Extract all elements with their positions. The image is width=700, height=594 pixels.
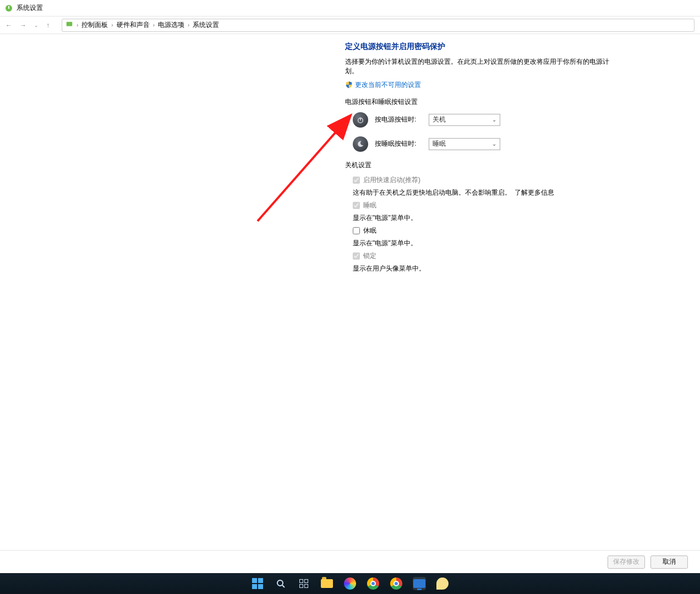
fast-startup-desc: 这有助于在关机之后更快地启动电脑。不会影响重启。 了解更多信息 [353,188,620,197]
chevron-right-icon: › [188,22,189,28]
sleep-button-value: 睡眠 [433,139,446,148]
app-icon-colorful[interactable] [343,577,357,590]
sleep-icon [353,136,368,152]
taskbar [0,573,700,594]
breadcrumb-item-system-settings: 系统设置 [193,20,219,30]
window-title: 系统设置 [17,3,43,13]
lock-checkbox [353,252,360,260]
save-button: 保存修改 [608,556,645,569]
power-button-select[interactable]: 关机 ⌄ [429,114,500,126]
change-unavailable-settings-link[interactable]: 更改当前不可用的设置 [355,80,421,90]
fast-startup-title: 启用快速启动(推荐) [363,175,420,185]
breadcrumb[interactable]: › 控制面板 › 硬件和声音 › 电源选项 › 系统设置 [62,19,694,32]
shutdown-section-label: 关机设置 [345,161,620,170]
page-heading: 定义电源按钮并启用密码保护 [345,42,620,52]
cancel-button[interactable]: 取消 [650,556,688,569]
power-icon [353,112,368,128]
breadcrumb-item-control-panel[interactable]: 控制面板 [81,20,108,30]
chrome-icon-2[interactable] [390,577,403,590]
svg-rect-1 [8,6,9,9]
shield-icon [345,81,353,89]
power-button-section-label: 电源按钮和睡眠按钮设置 [345,97,620,107]
page-description: 选择要为你的计算机设置的电源设置。在此页上对设置所做的更改将应用于你所有的电源计… [345,57,620,76]
paint-icon[interactable] [436,577,449,590]
search-button[interactable] [274,577,287,590]
option-lock: 锁定 [353,251,620,261]
chevron-down-icon: ⌄ [492,141,496,147]
chrome-icon[interactable] [367,577,380,590]
control-panel-icon [65,20,73,30]
breadcrumb-item-hardware-sound[interactable]: 硬件和声音 [117,20,150,30]
chevron-right-icon: › [111,22,113,28]
sleep-title: 睡眠 [363,201,376,210]
app-icon [4,4,13,13]
content-area: 定义电源按钮并启用密码保护 选择要为你的计算机设置的电源设置。在此页上对设置所做… [0,34,700,573]
nav-row: ← → ⌄ ↑ › 控制面板 › 硬件和声音 › 电源选项 › 系统设置 [0,16,700,34]
start-button[interactable] [251,577,264,590]
chevron-right-icon: › [76,22,78,28]
svg-rect-2 [67,22,73,26]
hibernate-desc: 显示在"电源"菜单中。 [353,239,620,248]
sleep-button-select[interactable]: 睡眠 ⌄ [429,138,500,150]
sleep-button-label: 按睡眠按钮时: [375,139,422,148]
chevron-right-icon: › [153,22,155,28]
option-hibernate: 休眠 [353,226,620,235]
svg-line-7 [282,585,285,587]
nav-buttons: ← → ⌄ ↑ [6,21,50,29]
sleep-desc: 显示在"电源"菜单中。 [353,213,620,223]
change-unavailable-settings[interactable]: 更改当前不可用的设置 [345,80,620,90]
taskview-button[interactable] [297,577,310,590]
forward-button[interactable]: → [20,21,26,29]
power-button-value: 关机 [433,115,446,124]
back-button[interactable]: ← [6,21,12,29]
explorer-icon[interactable] [320,577,333,590]
option-fast-startup: 启用快速启动(推荐) [353,175,620,185]
svg-point-6 [277,580,283,586]
option-sleep: 睡眠 [353,201,620,210]
lock-title: 锁定 [363,251,376,261]
title-bar: 系统设置 [0,0,700,16]
learn-more-link[interactable]: 了解更多信息 [515,188,554,197]
breadcrumb-item-power-options[interactable]: 电源选项 [158,20,184,30]
chevron-down-icon: ⌄ [492,117,496,123]
svg-line-3 [258,117,349,221]
footer: 保存修改 取消 [0,550,700,573]
recent-locations-button[interactable]: ⌄ [34,23,39,28]
hibernate-checkbox[interactable] [353,227,360,234]
sleep-checkbox [353,202,360,209]
hibernate-title: 休眠 [363,226,376,235]
monitor-app-icon[interactable] [413,577,426,590]
lock-desc: 显示在用户头像菜单中。 [353,264,620,273]
power-button-label: 按电源按钮时: [375,115,422,124]
power-button-row: 按电源按钮时: 关机 ⌄ [353,112,620,128]
fast-startup-checkbox [353,177,360,184]
up-button[interactable]: ↑ [46,21,50,29]
sleep-button-row: 按睡眠按钮时: 睡眠 ⌄ [353,136,620,152]
